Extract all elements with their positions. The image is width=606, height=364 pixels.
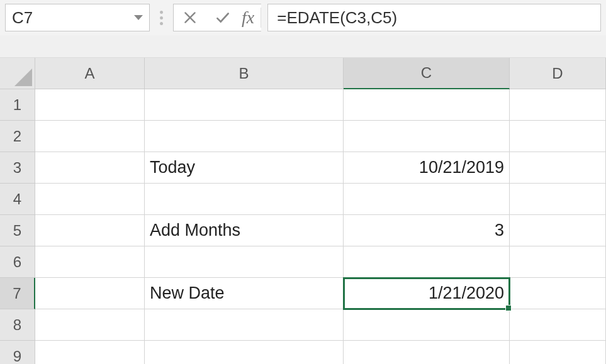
cell-B6[interactable] [145,246,344,278]
cell-C2[interactable] [344,121,510,152]
enter-icon[interactable] [206,9,239,26]
row-header-6[interactable]: 6 [0,246,35,278]
cell-C4[interactable] [344,184,510,215]
cell-A1[interactable] [35,89,145,121]
cell-B2[interactable] [145,121,344,152]
cell-B3[interactable]: Today [145,152,344,184]
formula-buttons: fx [173,4,261,31]
fx-icon[interactable]: fx [239,8,261,28]
formula-input[interactable]: =EDATE(C3,C5) [267,4,601,31]
cell-C3[interactable]: 10/21/2019 [344,152,510,184]
cell-D8[interactable] [510,309,606,341]
col-header-B[interactable]: B [145,58,344,89]
formula-text: =EDATE(C3,C5) [277,8,397,28]
cell-C6[interactable] [344,246,510,278]
cell-B1[interactable] [145,89,344,121]
formula-bar-row: fx =EDATE(C3,C5) [0,0,606,35]
name-box-input[interactable] [12,8,100,28]
row-header-3[interactable]: 3 [0,152,35,184]
cell-A6[interactable] [35,246,145,278]
cell-A2[interactable] [35,121,145,152]
col-header-D[interactable]: D [510,58,606,89]
cell-D7[interactable] [510,278,606,309]
row-header-2[interactable]: 2 [0,121,35,152]
cell-B7[interactable]: New Date [145,278,344,309]
drag-handle-icon[interactable] [156,4,167,31]
row-header-1[interactable]: 1 [0,89,35,121]
cell-A3[interactable] [35,152,145,184]
cell-B9[interactable] [145,341,344,364]
select-all-corner[interactable] [0,58,35,89]
cell-C5[interactable]: 3 [344,215,510,246]
cell-D4[interactable] [510,184,606,215]
cell-A9[interactable] [35,341,145,364]
row-header-9[interactable]: 9 [0,341,35,364]
cell-D6[interactable] [510,246,606,278]
cell-D1[interactable] [510,89,606,121]
cell-C1[interactable] [344,89,510,121]
cell-A4[interactable] [35,184,145,215]
toolbar-spacer [0,35,606,58]
cell-A7[interactable] [35,278,145,309]
col-header-C[interactable]: C [344,58,510,89]
row-header-5[interactable]: 5 [0,215,35,246]
cell-D5[interactable] [510,215,606,246]
cancel-icon[interactable] [174,9,206,26]
cell-D3[interactable] [510,152,606,184]
row-header-8[interactable]: 8 [0,309,35,341]
cell-C7[interactable]: 1/21/2020 [344,278,510,309]
cell-B5[interactable]: Add Months [145,215,344,246]
cell-B8[interactable] [145,309,344,341]
cell-B4[interactable] [145,184,344,215]
row-header-4[interactable]: 4 [0,184,35,215]
col-header-A[interactable]: A [35,58,145,89]
cell-D9[interactable] [510,341,606,364]
cell-A5[interactable] [35,215,145,246]
cell-C8[interactable] [344,309,510,341]
name-box[interactable] [5,4,150,31]
cell-C9[interactable] [344,341,510,364]
cell-A8[interactable] [35,309,145,341]
cell-D2[interactable] [510,121,606,152]
chevron-down-icon[interactable] [134,15,143,20]
worksheet-grid[interactable]: A B C D 1 2 3 Today 10/21/2019 4 5 Add M… [0,58,606,364]
row-header-7[interactable]: 7 [0,278,35,309]
